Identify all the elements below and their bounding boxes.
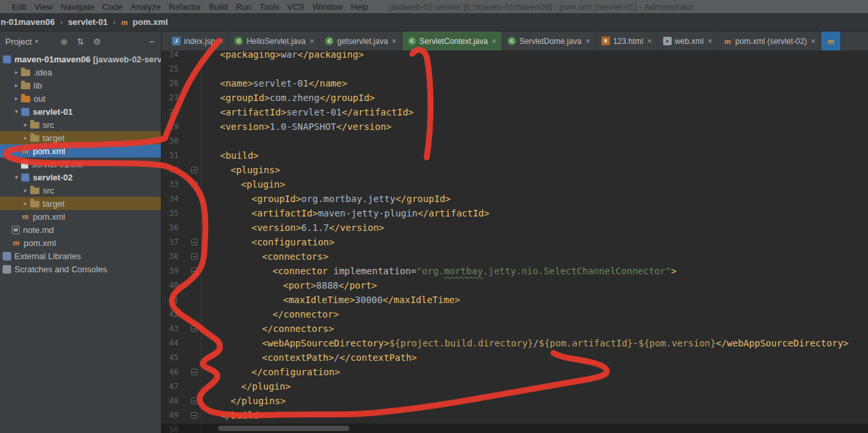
fold-marker-icon[interactable]: − — [191, 167, 198, 173]
fold-marker-icon[interactable]: − — [191, 268, 198, 274]
breadcrumb-item-servlet-01[interactable]: servlet-01 — [68, 17, 108, 27]
tab-index-jsp[interactable]: Jindex.jsp× — [167, 31, 229, 51]
fold-marker-icon[interactable]: − — [191, 325, 198, 332]
fold-marker-icon[interactable]: − — [191, 369, 198, 375]
code-line-31[interactable]: 31<build> — [162, 148, 868, 163]
close-icon[interactable]: × — [811, 37, 815, 46]
code-line-33[interactable]: 33−<plugin> — [162, 177, 868, 192]
code-line-27[interactable]: 27<groupId>com.zheng</groupId> — [162, 91, 868, 105]
code-line-30[interactable]: 30 — [162, 134, 868, 148]
code-line-48[interactable]: 48−</plugins> — [162, 394, 868, 408]
fold-marker-icon[interactable]: − — [191, 181, 198, 188]
menu-item-run[interactable]: Run — [232, 2, 255, 12]
tree-item-src[interactable]: ▸src — [0, 184, 161, 197]
menu-item-build[interactable]: Build — [205, 2, 232, 12]
code-line-28[interactable]: 28<artifactId>servlet-01</artifactId> — [162, 105, 868, 119]
hide-panel-icon[interactable]: − — [149, 37, 154, 47]
code-line-32[interactable]: 32−<plugins> — [162, 163, 868, 177]
tab-helloservlet-java[interactable]: CHelloServlet.java× — [229, 31, 320, 51]
code-line-38[interactable]: 38−<connectors> — [162, 249, 868, 264]
chevron-expanded-icon[interactable]: ▾ — [12, 108, 21, 115]
chevron-collapsed-icon[interactable]: ▸ — [21, 187, 30, 194]
tab-servletdome-java[interactable]: CServletDome.java× — [502, 31, 596, 51]
locate-file-icon[interactable]: ⊕ — [60, 37, 68, 47]
menu-item-navigate[interactable]: Navigate — [56, 2, 98, 12]
code-line-40[interactable]: 40<port>8888</port> — [162, 278, 868, 293]
tree-item-pom-xml[interactable]: mpom.xml — [0, 236, 161, 249]
code-line-25[interactable]: 25 — [162, 62, 868, 76]
close-icon[interactable]: × — [708, 37, 712, 46]
close-icon[interactable]: × — [586, 37, 590, 46]
menu-item-window[interactable]: Window — [309, 2, 347, 12]
menu-item-code[interactable]: Code — [98, 2, 127, 12]
code-line-34[interactable]: 34<groupId>org.mortbay.jetty</groupId> — [162, 192, 868, 206]
tree-item-servlet-02[interactable]: ▾servlet-02 — [0, 171, 161, 184]
close-icon[interactable]: × — [492, 37, 496, 46]
fold-marker-icon[interactable]: − — [191, 412, 198, 419]
tree-item-src[interactable]: ▸src — [0, 118, 161, 131]
chevron-collapsed-icon[interactable]: ▸ — [21, 121, 30, 128]
code-line-43[interactable]: 43−</connectors> — [162, 321, 868, 336]
menu-item-edit[interactable]: Edit — [8, 2, 30, 12]
breadcrumb-item-pom-xml[interactable]: pom.xml — [133, 17, 167, 27]
tree-item-out[interactable]: ▸out — [0, 92, 161, 105]
close-icon[interactable]: × — [219, 37, 223, 46]
tab-getservlet-java[interactable]: Cgetservlet.java× — [320, 31, 402, 51]
code-line-45[interactable]: 45<contextPath>/</contextPath> — [162, 350, 868, 365]
menu-item-refactor[interactable]: Refactor — [165, 2, 205, 12]
tab-web-xml[interactable]: xweb.xml× — [658, 31, 718, 51]
code-line-46[interactable]: 46−</configuration> — [162, 365, 868, 379]
menu-item-view[interactable]: View — [30, 2, 56, 12]
close-icon[interactable]: × — [392, 37, 397, 46]
tree-item-maven-01maven06[interactable]: maven-01maven06 [javaweb-02-servle — [0, 52, 161, 66]
code-line-36[interactable]: 36<version>6.1.7</version> — [162, 220, 868, 235]
breadcrumb-item-n-01maven06[interactable]: n-01maven06 — [1, 17, 54, 27]
collapse-all-icon[interactable]: ⇅ — [77, 37, 84, 47]
menu-item-tools[interactable]: Tools — [255, 2, 283, 12]
code-line-44[interactable]: 44<webAppSourceDirectory>${project.build… — [162, 336, 868, 350]
code-line-24[interactable]: 24<packaging>war</packaging> — [162, 51, 868, 62]
tree-item-idea[interactable]: ▸.idea — [0, 66, 161, 79]
tree-item-target[interactable]: ▸target — [0, 197, 161, 210]
horizontal-scrollbar[interactable] — [218, 426, 349, 431]
chevron-collapsed-icon[interactable]: ▸ — [12, 95, 21, 102]
menu-item-analyze[interactable]: Analyze — [127, 2, 165, 12]
tab-pom-xml-servlet-02[interactable]: mpom.xml (servlet-02)× — [718, 31, 821, 51]
fold-marker-icon[interactable]: − — [191, 398, 198, 404]
chevron-collapsed-icon[interactable]: ▸ — [21, 200, 30, 207]
fold-marker-icon[interactable]: − — [191, 239, 198, 245]
code-line-41[interactable]: 41<maxIdleTime>30000</maxIdleTime> — [162, 293, 868, 307]
code-line-39[interactable]: 39−<connector implementation="org.mortba… — [162, 264, 868, 278]
tree-item-target[interactable]: ▸target — [0, 131, 161, 144]
tab-servletcontext-java[interactable]: CServletContext.java× — [402, 31, 502, 51]
tree-item-servlet-01[interactable]: ▾servlet-01 — [0, 105, 161, 118]
fold-marker-icon[interactable]: − — [191, 253, 198, 260]
close-icon[interactable]: × — [647, 37, 652, 46]
code-line-37[interactable]: 37−<configuration> — [162, 235, 868, 249]
tab-123-html[interactable]: 5123.html× — [596, 31, 658, 51]
chevron-expanded-icon[interactable]: ▾ — [12, 174, 21, 180]
tree-item-pom-xml[interactable]: mpom.xml — [0, 210, 161, 223]
menu-item-vcs[interactable]: VCS — [283, 2, 309, 12]
chevron-collapsed-icon[interactable]: ▸ — [21, 134, 30, 141]
menu-item-help[interactable]: Help — [347, 2, 372, 12]
code-editor[interactable]: 24<packaging>war</packaging>2526<name>se… — [162, 51, 868, 433]
tree-item-lib[interactable]: ▸lib — [0, 79, 161, 92]
project-view-selector[interactable]: Project ▾ — [5, 37, 38, 47]
chevron-collapsed-icon[interactable]: ▸ — [12, 69, 21, 75]
settings-gear-icon[interactable]: ⚙ — [93, 37, 101, 47]
code-line-26[interactable]: 26<name>servlet-01</name> — [162, 76, 868, 91]
code-line-35[interactable]: 35<artifactId>maven-jetty-plugin</artifa… — [162, 206, 868, 220]
tree-item-pom-xml[interactable]: mpom.xml — [0, 144, 161, 157]
close-icon[interactable]: × — [309, 37, 314, 46]
code-line-49[interactable]: 49−</build> — [162, 408, 868, 423]
tab-partial-active[interactable]: m — [821, 31, 841, 51]
tree-item-scratches-and-consoles[interactable]: Scratches and Consoles — [0, 262, 161, 276]
tree-item-servlet-01-iml[interactable]: servlet-01.iml — [0, 157, 161, 171]
code-line-47[interactable]: 47</plugin> — [162, 379, 868, 394]
code-line-29[interactable]: 29<version>1.0-SNAPSHOT</version> — [162, 119, 868, 134]
tree-item-note-md[interactable]: Mnote.md — [0, 223, 161, 236]
code-line-42[interactable]: 42</connector> — [162, 307, 868, 321]
tree-item-external-libraries[interactable]: External Libraries — [0, 249, 161, 262]
chevron-collapsed-icon[interactable]: ▸ — [12, 82, 21, 89]
